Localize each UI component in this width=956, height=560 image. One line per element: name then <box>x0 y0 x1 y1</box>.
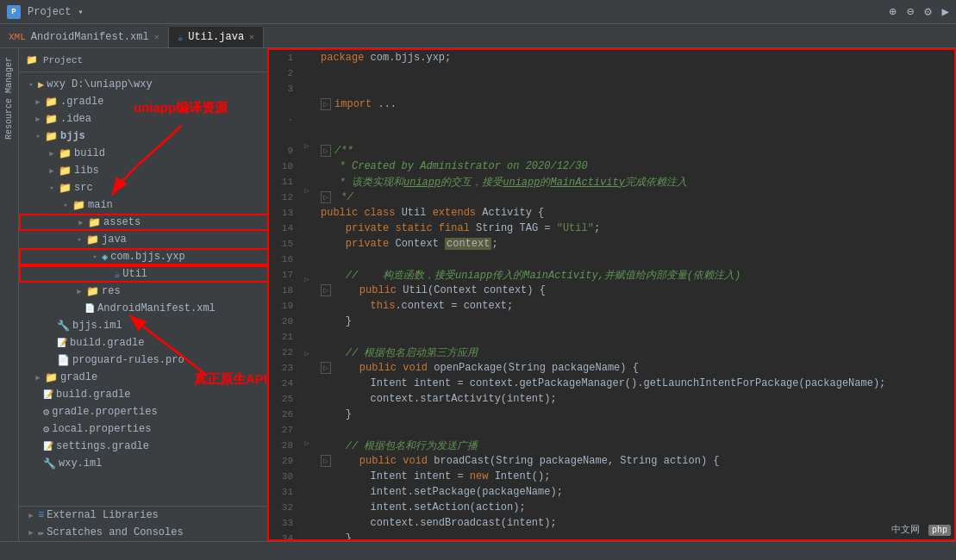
code-line-18: ▷ public Util(Context context) { <box>321 283 947 298</box>
code-line-21 <box>321 329 947 345</box>
java-icon: ☕ <box>178 32 184 43</box>
run-icon[interactable]: ▶ <box>942 4 949 19</box>
sidebar-tree: ▾ ▶ wxy D:\uniapp\wxy ▶ 📁 .gradle ▶ 📁 .i… <box>19 72 285 506</box>
folder-icon-header: 📁 <box>26 54 38 65</box>
external-libraries-label: External Libraries <box>47 509 159 521</box>
scratches-consoles[interactable]: ▶ ✏ Scratches and Consoles <box>19 524 285 541</box>
settings-icon[interactable]: ⚙ <box>924 4 931 19</box>
project-icon: P <box>7 5 21 19</box>
tree-item-bjjs-iml[interactable]: 🔧 bjjs.iml <box>19 317 285 334</box>
root-label: wxy D:\uniapp\wxy <box>47 78 152 90</box>
left-tabs: Resource Manager <box>0 48 19 541</box>
tab-util-label: Util.java <box>188 31 244 43</box>
code-line-33: context.sendBroadcast(intent); <box>321 515 947 531</box>
tree-item-wxy-iml[interactable]: 🔧 wxy.iml <box>19 455 285 472</box>
code-line-14: private static final String TAG = "Util"… <box>321 221 947 236</box>
title-bar-icons: ⊕ ⊖ ⚙ ▶ <box>889 4 949 19</box>
tree-item-util[interactable]: ☕ Util <box>19 265 285 283</box>
tree-item-androidmanifest[interactable]: 📄 AndroidManifest.xml <box>19 300 285 317</box>
xml-icon: XML <box>9 32 26 42</box>
tree-item-build-gradle-root[interactable]: 📝 build.gradle <box>19 386 285 403</box>
code-line-22: // 根据包名启动第三方应用 <box>321 345 947 360</box>
code-line-23: ▷ public void openPackage(String package… <box>321 360 947 376</box>
code-line-12: ▷ */ <box>321 190 947 205</box>
title-bar: P Project ▾ ⊕ ⊖ ⚙ ▶ <box>0 0 956 24</box>
code-line-9: ▷ /** <box>321 143 947 159</box>
code-line-28: // 根据包名和行为发送广播 <box>321 438 947 453</box>
code-line-30: Intent intent = new Intent(); <box>321 469 947 484</box>
tree-item-local-properties[interactable]: ⚙ local.properties <box>19 420 285 438</box>
php-badge: php <box>928 525 951 536</box>
cn-badge: 中文网 <box>891 523 920 536</box>
tree-item-libs[interactable]: ▶ 📁 libs <box>19 162 285 179</box>
tree-item-src[interactable]: ▾ 📁 src <box>19 179 285 196</box>
tab-androidmanifest-close[interactable]: ✕ <box>154 32 159 42</box>
code-line-11: * 该类实现和uniapp的交互，接受uniapp的MainActivity完成… <box>321 174 947 190</box>
tree-item-bjjs[interactable]: ▾ 📁 bjjs <box>19 128 285 145</box>
tree-item-build[interactable]: ▶ 📁 build <box>19 145 285 162</box>
tab-androidmanifest[interactable]: XML AndroidManifest.xml ✕ <box>0 27 169 47</box>
code-line-10: * Created by Administrator on 2020/12/30 <box>321 159 947 174</box>
code-line-20: } <box>321 314 947 329</box>
code-line-17: // 构造函数，接受uniapp传入的MainActivity,并赋值给内部变量… <box>321 267 947 283</box>
code-line-27 <box>321 422 947 438</box>
tree-item-java[interactable]: ▾ 📁 java <box>19 231 285 248</box>
code-line-16 <box>321 252 947 267</box>
tree-item-build-gradle-bjjs[interactable]: 📝 build.gradle <box>19 334 285 352</box>
code-line-26: } <box>321 407 947 422</box>
sidebar: 📁 Project ▾ ▶ wxy D:\uniapp\wxy ▶ 📁 .gra… <box>19 48 286 541</box>
tree-item-proguard[interactable]: 📄 proguard-rules.pro <box>19 352 285 369</box>
tree-item-idea[interactable]: ▶ 📁 .idea <box>19 110 285 128</box>
sidebar-header-label: Project <box>43 55 83 65</box>
code-line-19: this.context = context; <box>321 298 947 314</box>
code-line-15: private Context context; <box>321 236 947 252</box>
tree-item-assets[interactable]: ▶ 📁 assets <box>19 214 285 231</box>
code-line-25: context.startActivity(intent); <box>321 391 947 407</box>
tree-item-root[interactable]: ▾ ▶ wxy D:\uniapp\wxy <box>19 76 285 93</box>
dropdown-icon[interactable]: ▾ <box>78 7 83 17</box>
tab-util[interactable]: ☕ Util.java ✕ <box>169 27 264 47</box>
code-line-34: } <box>321 531 947 539</box>
tab-bar: XML AndroidManifest.xml ✕ ☕ Util.java ✕ <box>0 24 956 48</box>
tree-item-gradle[interactable]: ▶ 📁 .gradle <box>19 93 285 110</box>
tree-item-gradle-root[interactable]: ▶ 📁 gradle <box>19 369 285 386</box>
code-line-31: intent.setPackage(packageName); <box>321 484 947 500</box>
title-bar-left: P Project ▾ <box>7 5 83 19</box>
tab-util-close[interactable]: ✕ <box>249 32 254 42</box>
code-line-import: ▷ import ... <box>321 96 947 112</box>
add-icon[interactable]: ⊕ <box>889 4 896 19</box>
tree-item-gradle-properties[interactable]: ⚙ gradle.properties <box>19 403 285 420</box>
tree-item-res[interactable]: ▶ 📁 res <box>19 283 285 300</box>
code-line-13: public class Util extends Activity { <box>321 205 947 221</box>
code-editor: 1 2 3 · 9 10 11 12 13 14 15 16 17 18 19 … <box>267 48 956 541</box>
tree-item-package[interactable]: ▾ ◈ com.bjjs.yxp <box>19 248 285 265</box>
code-line-32: intent.setAction(action); <box>321 500 947 515</box>
scratches-consoles-label: Scratches and Consoles <box>47 526 183 538</box>
code-line-3 <box>321 81 947 96</box>
tree-item-main[interactable]: ▾ 📁 main <box>19 196 285 214</box>
sidebar-bottom: ▶ ≡ External Libraries ▶ ✏ Scratches and… <box>19 506 285 541</box>
tab-androidmanifest-label: AndroidManifest.xml <box>31 31 149 43</box>
code-line-29: ▷ public void broadCast(String packageNa… <box>321 453 947 469</box>
code-line-1: package com.bjjs.yxp; <box>321 50 947 65</box>
project-label[interactable]: Project <box>28 6 71 18</box>
minus-icon[interactable]: ⊖ <box>907 4 914 19</box>
code-line-24: Intent intent = context.getPackageManage… <box>321 376 947 391</box>
code-content: package com.bjjs.yxp; ▷ import ... ▷ /**… <box>314 50 954 539</box>
bottom-bar <box>0 541 956 560</box>
code-line-5 <box>321 128 947 143</box>
code-line-2 <box>321 65 947 81</box>
code-line-4 <box>321 112 947 128</box>
external-libraries[interactable]: ▶ ≡ External Libraries <box>19 507 285 524</box>
code-gutter: ▷ ▷ ▷ ▷ ▷ <box>300 50 314 539</box>
resource-manager-tab[interactable]: Resource Manager <box>3 52 16 145</box>
tree-item-settings-gradle[interactable]: 📝 settings.gradle <box>19 438 285 455</box>
sidebar-header: 📁 Project <box>19 48 285 72</box>
line-numbers: 1 2 3 · 9 10 11 12 13 14 15 16 17 18 19 … <box>269 50 300 539</box>
